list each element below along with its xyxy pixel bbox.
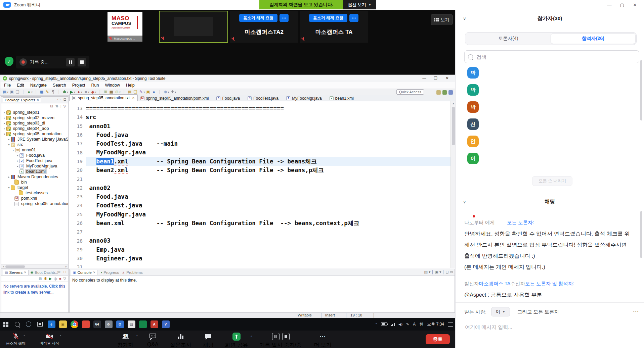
console-toolbar[interactable]: ▤ ▾ │ ▣ ▾ │ ◻ ▭	[424, 270, 454, 274]
start-video-button[interactable]: 비디오 시작 ^	[40, 333, 59, 346]
editor-tab[interactable]: M spring_step05_annotation/pom.xml	[138, 95, 214, 101]
toolbar-icon[interactable]: ▣	[145, 89, 151, 95]
security-shield-icon[interactable]: ✓	[5, 57, 13, 66]
tree-item[interactable]: ▾ spring_step05_annotation	[1, 131, 68, 137]
toolbar-icon[interactable]: ▣	[9, 89, 14, 95]
recording-controls[interactable]: 기록 일시 중지/중지	[259, 333, 302, 348]
editor-line[interactable]: 20 bean2.xml -- Spring Bean Configuratio…	[69, 166, 450, 175]
tree-item[interactable]: ▾ src	[1, 142, 68, 147]
message-to[interactable]: 모든 토론자:	[507, 220, 534, 225]
share-screen-button[interactable]: 화면 공유 ^	[225, 333, 248, 348]
editor-line[interactable]: 19 bean1.xml -- Spring Bean Configuratio…	[69, 157, 450, 166]
toolbar-icon[interactable]: ▤ ▾	[2, 89, 9, 95]
taskbar-app-icon[interactable]: e	[46, 318, 57, 331]
horizontal-scrollbar[interactable]: ◂ ▸	[1, 264, 68, 268]
tree-item[interactable]: ▾ anno01	[1, 147, 68, 153]
expander-icon[interactable]: ▸	[16, 165, 19, 168]
qa-button[interactable]: Q&A	[147, 333, 159, 348]
cortana-icon[interactable]	[23, 318, 34, 331]
more-options-button[interactable]: ⋯	[280, 14, 289, 22]
tree-item[interactable]: ▸ J MyFoodMgr.java	[1, 163, 68, 169]
boot-dashboard-tab[interactable]: ◉ Boot Dashb...	[31, 270, 58, 275]
taskbar-app-icon[interactable]: A	[148, 318, 160, 331]
tray-expand-icon[interactable]: ^	[376, 322, 377, 326]
console-tab[interactable]: ▣ Console✕	[71, 270, 97, 275]
recipient-dropdown[interactable]: 이▼	[491, 307, 510, 316]
editor-line[interactable]: 26 bean.xml -- Spring Bean Configuration…	[69, 219, 450, 228]
sts-titlebar[interactable]: springwork - spring_step05_annotation/sp…	[0, 75, 455, 82]
editor-line[interactable]: 29 Emp.java	[69, 245, 450, 254]
battery-icon[interactable]	[381, 322, 387, 326]
toolbar-icon[interactable]: ✎ ▾	[138, 89, 145, 95]
taskbar-app-icon[interactable]	[80, 318, 91, 331]
expander-icon[interactable]: ▸	[3, 111, 6, 114]
perspective-switcher[interactable]	[436, 90, 453, 95]
scroll-right-icon[interactable]: ▸	[64, 265, 68, 268]
editor-line[interactable]: 25 MyFoodMgr.java	[69, 210, 450, 219]
sender-name[interactable]: 마소캠퍼스 TA	[479, 281, 511, 286]
quick-access-box[interactable]: Quick Access	[396, 89, 424, 95]
maximize-button[interactable]: ▢	[616, 2, 629, 7]
taskbar-app-icon[interactable]	[69, 318, 80, 331]
attendee-avatar[interactable]: 박	[467, 101, 479, 113]
editor-line[interactable]: 28 anno03	[69, 236, 450, 245]
expander-icon[interactable]: ▸	[7, 138, 11, 141]
taskbar-app-icon[interactable]	[137, 318, 148, 331]
start-server-icon[interactable]: ▶	[49, 277, 52, 281]
close-icon[interactable]: ✕	[37, 98, 39, 102]
expander-icon[interactable]: ▸	[3, 116, 6, 119]
scrollbar-thumb[interactable]	[5, 265, 25, 268]
java-perspective-icon[interactable]	[442, 90, 447, 95]
menu-item[interactable]: Run	[88, 83, 102, 88]
unmute-button[interactable]: 음소거 해제 ^	[6, 333, 26, 346]
scroll-left-icon[interactable]: ◂	[1, 265, 5, 268]
menu-item[interactable]: Window	[102, 83, 123, 88]
end-meeting-button[interactable]: 종료	[426, 334, 450, 344]
tree-item[interactable]: M pom.xml	[1, 196, 68, 201]
taskbar-app-icon[interactable]: O	[114, 318, 126, 331]
link-with-editor-icon[interactable]: ⇅	[55, 104, 58, 108]
ime-latin-indicator[interactable]: A	[413, 322, 416, 327]
view-layout-button[interactable]: 보기	[431, 14, 453, 25]
tree-item[interactable]: ▸ Maven Dependencies	[1, 174, 68, 180]
toolbar-icon[interactable]: ⊕ ▾	[162, 89, 169, 95]
editor-line[interactable]: 17 FoodTest.java --main	[69, 139, 450, 148]
editor-line[interactable]: 15 anno01	[69, 122, 450, 131]
expander-icon[interactable]: ▸	[3, 122, 6, 125]
tree-item[interactable]: ▸ spring_step04_aop	[1, 126, 68, 131]
stop-recording-button[interactable]	[78, 58, 86, 66]
stop-record-icon[interactable]	[282, 333, 290, 340]
editor-line[interactable]: 14 src	[69, 113, 450, 121]
pause-record-icon[interactable]	[272, 333, 280, 340]
polls-button[interactable]: 설문조사	[170, 333, 191, 348]
toolbar-icon[interactable]: |	[157, 89, 162, 95]
volume-icon[interactable]: ◀)	[398, 322, 402, 327]
editor-line[interactable]: 21	[69, 175, 450, 183]
servers-tab[interactable]: ▤ Servers✕	[3, 270, 29, 275]
panel-min-max-controls[interactable]: ▭ ◻	[57, 270, 67, 274]
taskbar-app-icon[interactable]: ▣	[57, 318, 69, 331]
chat-scrollbar-thumb[interactable]	[640, 211, 642, 258]
progress-tab[interactable]: ◑ Progress	[100, 270, 119, 275]
toolbar-icon[interactable]: ●	[151, 89, 157, 95]
share-options-caret[interactable]: ^	[251, 335, 252, 339]
pen-icon[interactable]: ✎	[406, 322, 409, 327]
menu-item[interactable]: File	[1, 83, 14, 88]
unmute-request-button[interactable]: 음소거 해제 요청	[309, 14, 347, 22]
sts-close-button[interactable]: ✕	[441, 75, 453, 82]
pause-recording-button[interactable]	[66, 58, 75, 66]
chat-button[interactable]: 채팅	[203, 333, 214, 348]
participants-button[interactable]: 30 참가자 ^	[115, 333, 136, 348]
panel-scrollbar-thumb[interactable]	[640, 60, 642, 120]
problems-tab[interactable]: ▲ Problems	[122, 270, 142, 275]
editor-line[interactable]: 27	[69, 228, 450, 236]
editor-line[interactable]: 30 Engineer.java	[69, 254, 450, 263]
expander-icon[interactable]: ▸	[7, 176, 11, 179]
tree-item[interactable]: ▸ spring_step02_maven	[1, 115, 68, 120]
editor-line[interactable]: 31	[69, 263, 450, 268]
tree-item[interactable]: ▾ target	[1, 185, 68, 190]
start-button[interactable]	[0, 318, 11, 331]
editor-tab[interactable]: J FoodTest.java	[245, 95, 284, 101]
menu-item[interactable]: Edit	[14, 83, 27, 88]
close-icon[interactable]: ✕	[93, 271, 96, 274]
